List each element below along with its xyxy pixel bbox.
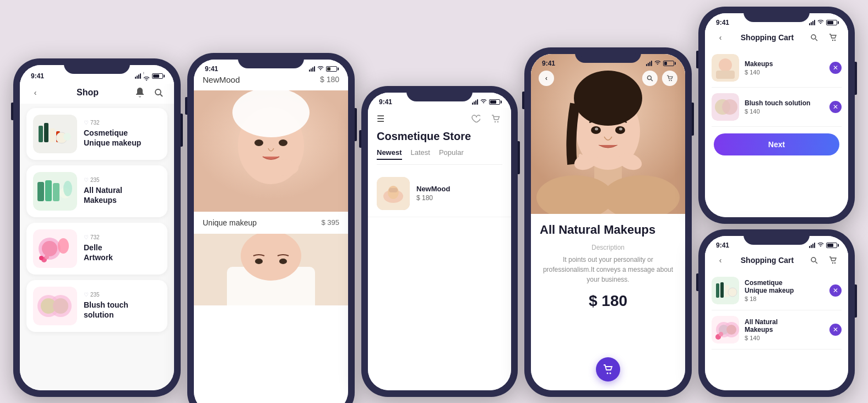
next-button[interactable]: Next — [714, 133, 839, 155]
svg-rect-3 — [39, 126, 43, 142]
newmood-price-3: $ 180 — [416, 194, 502, 202]
newmood-details: NewMood $ 180 — [416, 185, 502, 202]
search-icon-6[interactable] — [807, 254, 821, 267]
list-item[interactable]: CosmetiqueUnique makeup $ 18 ✕ — [712, 271, 842, 310]
status-time-1: 9:41 — [31, 72, 44, 80]
natural-price-6: $ 140 — [745, 335, 829, 341]
product-detail-name: All Natural Makeups — [540, 223, 676, 237]
svg-rect-5 — [50, 128, 55, 142]
heart-icon-3: ♡ — [84, 234, 89, 240]
notch-2 — [243, 53, 299, 66]
back-button-4[interactable]: ‹ — [539, 71, 554, 86]
natural-name-6: All NaturalMakeups — [745, 318, 829, 334]
newmood-product-img — [377, 177, 410, 210]
remove-makeups-button[interactable]: ✕ — [829, 62, 842, 74]
status-time-2: 9:41 — [205, 65, 218, 73]
cart-icon-6[interactable] — [826, 254, 839, 267]
battery-icon-5 — [826, 20, 837, 25]
svg-rect-4 — [44, 123, 48, 142]
makeups-img — [712, 54, 739, 82]
makeups-info: Makeups $ 140 — [745, 60, 829, 76]
notch-6 — [749, 229, 804, 243]
list-item[interactable]: ♡ 235 Blush touchsolution — [26, 280, 167, 332]
svg-line-61 — [651, 79, 653, 81]
svg-point-91 — [719, 332, 723, 336]
phone-5-cart-partial: 9:41 ‹ Shopping — [698, 7, 855, 224]
search-icon-5[interactable] — [807, 31, 821, 44]
tab-newest[interactable]: Newest — [377, 148, 402, 160]
tab-popular[interactable]: Popular — [439, 148, 464, 160]
phones-row: 9:41 ᵎ — [13, 7, 855, 397]
favorites-icon[interactable] — [469, 112, 482, 126]
signal-icon-4 — [646, 61, 652, 66]
back-button-1[interactable]: ‹ — [29, 86, 42, 99]
list-item[interactable]: Blush touch solution $ 140 ✕ — [712, 88, 842, 127]
cart-icon-3[interactable] — [489, 112, 502, 126]
cosmetique-info-6: CosmetiqueUnique makeup $ 18 — [745, 279, 829, 302]
search-icon-1[interactable] — [152, 86, 165, 99]
status-icons-4 — [646, 61, 674, 66]
unique-makeup-row: Unique makeup $ 395 — [194, 212, 348, 234]
svg-point-20 — [45, 255, 49, 259]
product-info-cosmetique: ♡ 732 CosmetiqueUnique makeup — [84, 120, 161, 148]
phone-4-detail: 9:41 — [524, 47, 692, 397]
svg-point-26 — [53, 298, 68, 314]
list-item[interactable]: Makeups $ 140 ✕ — [712, 49, 842, 88]
store-tabs: Newest Latest Popular — [377, 148, 502, 165]
nav-bar-5: ‹ Shopping Cart — [705, 29, 848, 49]
product-hero-image: ‹ — [531, 54, 685, 214]
list-item[interactable]: NewMood $ 180 — [368, 170, 511, 217]
wifi-icon-6 — [817, 243, 824, 248]
status-bar-4: 9:41 — [531, 54, 685, 69]
remove-natural-button[interactable]: ✕ — [829, 324, 842, 336]
list-item[interactable]: ♡ 732 CosmetiqueUnique makeup — [26, 108, 167, 160]
back-button-5[interactable]: ‹ — [714, 31, 727, 44]
back-button-6[interactable]: ‹ — [714, 254, 727, 267]
product-name-natural: All NaturalMakeups — [84, 185, 161, 205]
svg-point-37 — [279, 259, 287, 264]
product-name-blush: Blush touchsolution — [84, 300, 161, 320]
cart-items-6: CosmetiqueUnique makeup $ 18 ✕ — [705, 271, 848, 350]
product-info-delle: ♡ 732 DelleArtwork — [84, 234, 161, 262]
store-header-icons — [469, 112, 502, 126]
phone-1-content: 9:41 ᵎ — [20, 65, 174, 390]
newmood-illustration — [377, 177, 410, 210]
wifi-icon-3 — [480, 99, 487, 104]
product-image-cosmetique — [33, 115, 77, 153]
product-detail-desc: It points out your personality or profes… — [540, 255, 676, 284]
heart-icon-2: ♡ — [84, 177, 89, 183]
svg-point-17 — [42, 241, 57, 256]
svg-point-30 — [254, 139, 263, 146]
status-icons-5 — [809, 20, 837, 25]
makeups-name: Makeups — [745, 60, 829, 68]
cart-icon-5[interactable] — [826, 31, 839, 44]
product-detail-content: All Natural Makeups Description It point… — [531, 214, 685, 326]
search-icon-4[interactable] — [642, 71, 658, 86]
tab-latest[interactable]: Latest — [411, 148, 430, 160]
svg-rect-11 — [45, 180, 52, 201]
list-item[interactable]: ♡ 732 DelleArtwork — [26, 223, 167, 275]
svg-point-53 — [595, 127, 598, 130]
signal-icon-3 — [472, 99, 478, 105]
svg-point-0 — [155, 89, 161, 95]
list-item[interactable]: All NaturalMakeups $ 140 ✕ — [712, 310, 842, 350]
phone-1-screen: 9:41 ᵎ — [20, 65, 174, 390]
store-header: ☰ Cosmetique Store — [368, 108, 511, 170]
heart-icon-1: ♡ — [84, 120, 89, 126]
hamburger-menu[interactable]: ☰ — [377, 114, 384, 124]
side-button-2 — [355, 108, 357, 141]
notification-icon-1[interactable] — [133, 86, 147, 99]
remove-cosmetique-button[interactable]: ✕ — [829, 284, 842, 297]
list-item[interactable]: ♡ 235 All NaturalMakeups — [26, 165, 167, 217]
cart-icon-4[interactable] — [662, 71, 677, 86]
status-time-4: 9:41 — [542, 60, 555, 67]
blush-img-5 — [712, 93, 739, 121]
svg-point-76 — [811, 257, 816, 262]
phone-5-content: 9:41 ‹ Shopping — [705, 13, 848, 217]
svg-point-66 — [811, 35, 816, 39]
blush-price-5: $ 140 — [745, 108, 829, 115]
remove-blush-button[interactable]: ✕ — [829, 101, 842, 113]
add-to-cart-button[interactable] — [596, 357, 620, 381]
product-image-delle — [33, 229, 77, 268]
svg-point-79 — [834, 262, 836, 263]
